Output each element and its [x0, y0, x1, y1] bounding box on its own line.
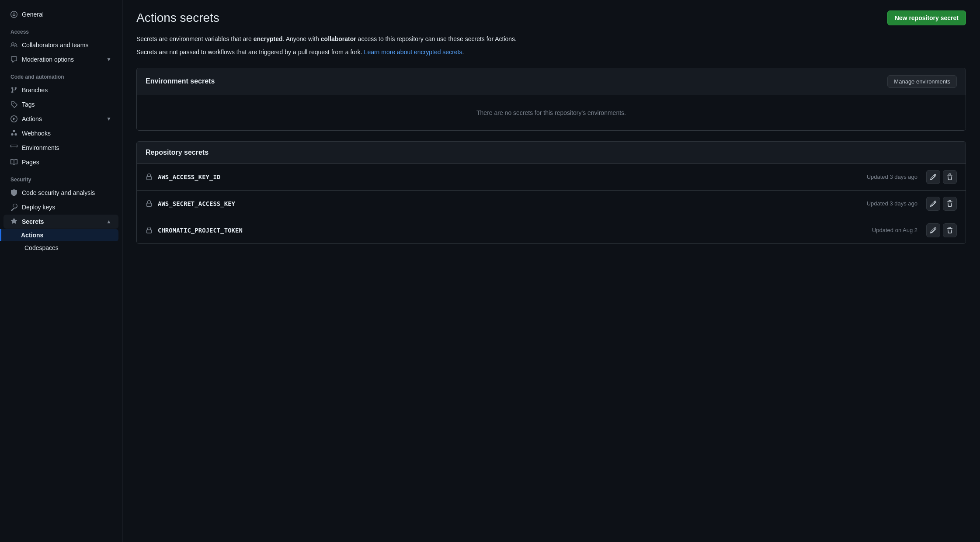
delete-button-0[interactable]: [943, 170, 957, 184]
description-line1: Secrets are environment variables that a…: [136, 34, 966, 44]
shield-icon: [10, 189, 17, 196]
secret-name-0: AWS_ACCESS_KEY_ID: [158, 174, 862, 181]
lock-icon-1: [146, 200, 153, 207]
sidebar-sub-codespaces[interactable]: Codespaces: [3, 242, 118, 254]
main-content: Actions secrets New repository secret Se…: [122, 0, 980, 542]
server-icon: [10, 144, 17, 151]
comment-icon: [10, 56, 17, 63]
sidebar-item-webhooks-label: Webhooks: [22, 130, 51, 137]
edit-button-0[interactable]: [926, 170, 940, 184]
environment-secrets-section: Environment secrets Manage environments …: [136, 68, 966, 131]
sidebar-item-environments[interactable]: Environments: [3, 141, 118, 155]
sidebar-item-branches[interactable]: Branches: [3, 83, 118, 97]
star-icon: [10, 218, 17, 225]
tag-icon: [10, 101, 17, 108]
environment-secrets-title: Environment secrets: [146, 77, 215, 85]
key-icon: [10, 204, 17, 211]
secret-updated-0: Updated 3 days ago: [867, 174, 917, 180]
secret-row-0: AWS_ACCESS_KEY_ID Updated 3 days ago: [137, 164, 966, 191]
book-icon: [10, 159, 17, 166]
people-icon: [10, 42, 17, 49]
sidebar-item-deploy-keys[interactable]: Deploy keys: [3, 200, 118, 214]
delete-button-1[interactable]: [943, 197, 957, 211]
sidebar-item-collaborators-label: Collaborators and teams: [22, 42, 89, 49]
sidebar-item-secrets[interactable]: Secrets ▲: [3, 215, 118, 229]
branch-icon: [10, 87, 17, 94]
chevron-down-icon: ▼: [106, 56, 111, 63]
secret-actions-2: [926, 223, 957, 237]
sidebar-item-actions-label: Actions: [22, 115, 42, 122]
sidebar-item-actions[interactable]: Actions ▼: [3, 112, 118, 126]
sidebar-item-secrets-label: Secrets: [22, 218, 44, 225]
secret-row-1: AWS_SECRET_ACCESS_KEY Updated 3 days ago: [137, 191, 966, 217]
repository-secrets-section: Repository secrets AWS_ACCESS_KEY_ID Upd…: [136, 141, 966, 244]
sidebar-item-general[interactable]: General: [3, 7, 118, 21]
sidebar-item-moderation-label: Moderation options: [22, 56, 74, 63]
page-title: Actions secrets: [136, 11, 219, 25]
section-security-label: Security: [0, 170, 122, 185]
sidebar-item-code-security[interactable]: Code security and analysis: [3, 186, 118, 200]
gear-icon: [10, 11, 17, 18]
chevron-up-icon: ▲: [106, 219, 111, 225]
sidebar-item-deploy-keys-label: Deploy keys: [22, 204, 55, 211]
sidebar-sub-actions[interactable]: Actions: [0, 229, 118, 241]
secret-row-2: CHROMATIC_PROJECT_TOKEN Updated on Aug 2: [137, 217, 966, 243]
description-block: Secrets are environment variables that a…: [136, 34, 966, 57]
secret-updated-1: Updated 3 days ago: [867, 200, 917, 207]
section-automation-label: Code and automation: [0, 67, 122, 83]
sidebar-item-pages-label: Pages: [22, 159, 39, 166]
secret-updated-2: Updated on Aug 2: [872, 227, 917, 233]
learn-more-link[interactable]: Learn more about encrypted secrets: [364, 49, 462, 56]
manage-environments-button[interactable]: Manage environments: [887, 75, 957, 88]
secret-actions-1: [926, 197, 957, 211]
edit-button-2[interactable]: [926, 223, 940, 237]
sidebar-item-tags[interactable]: Tags: [3, 97, 118, 111]
sidebar-item-general-label: General: [22, 11, 44, 18]
repository-secrets-header: Repository secrets: [137, 142, 966, 164]
sidebar-item-collaborators[interactable]: Collaborators and teams: [3, 38, 118, 52]
lock-icon-0: [146, 174, 153, 181]
sidebar-item-moderation[interactable]: Moderation options ▼: [3, 52, 118, 66]
secret-name-2: CHROMATIC_PROJECT_TOKEN: [158, 227, 867, 234]
webhook-icon: [10, 130, 17, 137]
secret-name-1: AWS_SECRET_ACCESS_KEY: [158, 200, 862, 207]
section-access-label: Access: [0, 22, 122, 38]
sidebar-item-environments-label: Environments: [22, 144, 59, 151]
page-header: Actions secrets New repository secret: [136, 10, 966, 25]
lock-icon-2: [146, 227, 153, 234]
delete-button-2[interactable]: [943, 223, 957, 237]
play-icon: [10, 115, 17, 122]
sidebar-item-code-security-label: Code security and analysis: [22, 189, 95, 196]
chevron-down-icon-actions: ▼: [106, 116, 111, 122]
sidebar-item-tags-label: Tags: [22, 101, 35, 108]
repository-secrets-title: Repository secrets: [146, 149, 209, 156]
description-line2: Secrets are not passed to workflows that…: [136, 47, 966, 57]
sidebar: General Access Collaborators and teams M…: [0, 0, 122, 542]
edit-button-1[interactable]: [926, 197, 940, 211]
new-repository-secret-button[interactable]: New repository secret: [887, 10, 966, 25]
sidebar-item-webhooks[interactable]: Webhooks: [3, 126, 118, 140]
sidebar-item-pages[interactable]: Pages: [3, 155, 118, 169]
sidebar-sub-codespaces-label: Codespaces: [24, 244, 59, 251]
sidebar-item-branches-label: Branches: [22, 87, 48, 94]
environment-secrets-empty: There are no secrets for this repository…: [137, 95, 966, 130]
secret-actions-0: [926, 170, 957, 184]
environment-secrets-header: Environment secrets Manage environments: [137, 68, 966, 95]
sidebar-sub-actions-label: Actions: [21, 232, 43, 239]
